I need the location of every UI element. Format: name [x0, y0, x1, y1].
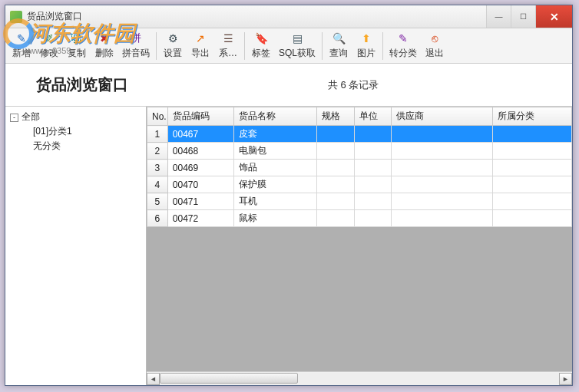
export-icon: ↗ — [194, 31, 207, 45]
column-header-code[interactable]: 货品编码 — [167, 107, 234, 126]
toolbar-label: 拼音码 — [122, 47, 150, 60]
cell-category[interactable] — [492, 193, 571, 210]
cell-no[interactable]: 1 — [147, 126, 168, 143]
cell-supplier[interactable] — [391, 210, 492, 227]
cell-unit[interactable] — [355, 160, 391, 176]
cell-code[interactable]: 00469 — [167, 160, 234, 176]
cell-unit[interactable] — [355, 193, 391, 210]
toolbar-label: 新增 — [12, 47, 31, 60]
cell-supplier[interactable] — [391, 143, 492, 160]
tree-root-label: 全部 — [22, 111, 40, 122]
tree-item[interactable]: 无分类 — [7, 139, 144, 153]
scroll-right-button[interactable]: ► — [559, 373, 572, 385]
scroll-left-button[interactable]: ◄ — [147, 373, 160, 385]
pinyin-icon: 拼 — [129, 31, 143, 45]
copy-button[interactable]: ⿻复制 — [64, 30, 90, 62]
pinyin-button[interactable]: 拼拼音码 — [119, 30, 153, 62]
system-icon: ☰ — [221, 31, 235, 45]
cell-name[interactable]: 耳机 — [234, 193, 316, 210]
data-grid[interactable]: No.货品编码货品名称规格单位供应商所属分类 100467皮套200468电脑包… — [147, 107, 572, 227]
new-button[interactable]: ✎新增 — [8, 30, 35, 62]
cell-spec[interactable] — [316, 210, 355, 227]
column-header-category[interactable]: 所属分类 — [492, 107, 571, 126]
cell-spec[interactable] — [316, 193, 355, 210]
image-button[interactable]: ⬆图片 — [353, 30, 379, 62]
delete-button[interactable]: ✖删除 — [91, 30, 117, 62]
toolbar-label: 标签 — [252, 47, 270, 60]
cell-spec[interactable] — [316, 176, 355, 193]
toolbar-separator — [322, 32, 323, 60]
header-area: 货品浏览窗口 共 6 条记录 — [5, 64, 572, 107]
cell-supplier[interactable] — [391, 160, 492, 176]
app-window: 货品浏览窗口 ✎新增✐修改⿻复制✖删除拼拼音码⚙设置↗导出☰系…🔖标签▤SQL获… — [5, 5, 573, 386]
reclass-button[interactable]: ✎转分类 — [386, 30, 420, 62]
table-row[interactable]: 600472鼠标 — [147, 210, 572, 227]
scroll-thumb[interactable] — [160, 373, 298, 384]
cell-no[interactable]: 2 — [147, 143, 168, 160]
cell-name[interactable]: 电脑包 — [234, 143, 316, 160]
cell-name[interactable]: 饰品 — [234, 160, 316, 176]
titlebar[interactable]: 货品浏览窗口 — [5, 5, 572, 28]
cell-supplier[interactable] — [391, 193, 492, 210]
cell-no[interactable]: 4 — [147, 176, 168, 193]
cell-unit[interactable] — [355, 210, 391, 227]
cell-code[interactable]: 00470 — [167, 176, 234, 193]
cell-supplier[interactable] — [391, 176, 492, 193]
image-icon: ⬆ — [359, 31, 373, 45]
category-tree[interactable]: -全部 [01]分类1无分类 — [5, 107, 147, 385]
edit-button[interactable]: ✐修改 — [36, 30, 62, 62]
cell-unit[interactable] — [355, 176, 391, 193]
close-button[interactable] — [535, 5, 572, 28]
column-header-no[interactable]: No. — [147, 107, 168, 126]
export-button[interactable]: ↗导出 — [187, 30, 213, 62]
table-row[interactable]: 400470保护膜 — [147, 176, 572, 193]
search-button[interactable]: 🔍查询 — [326, 30, 352, 62]
cell-name[interactable]: 保护膜 — [234, 176, 316, 193]
system-button[interactable]: ☰系… — [215, 30, 241, 62]
table-row[interactable]: 300469饰品 — [147, 160, 572, 176]
horizontal-scrollbar[interactable]: ◄ ► — [147, 371, 572, 385]
cell-category[interactable] — [492, 143, 571, 160]
cell-category[interactable] — [492, 126, 571, 143]
table-row[interactable]: 500471耳机 — [147, 193, 572, 210]
cell-supplier[interactable] — [391, 126, 492, 143]
cell-category[interactable] — [492, 176, 571, 193]
tree-item[interactable]: [01]分类1 — [7, 124, 144, 139]
exit-button[interactable]: ⎋退出 — [422, 30, 448, 62]
collapse-icon[interactable]: - — [10, 114, 18, 122]
cell-spec[interactable] — [316, 160, 355, 176]
cell-code[interactable]: 00467 — [167, 126, 234, 143]
cell-name[interactable]: 皮套 — [234, 126, 316, 143]
cell-code[interactable]: 00471 — [167, 193, 234, 210]
maximize-button[interactable] — [511, 5, 535, 28]
table-row[interactable]: 200468电脑包 — [147, 143, 572, 160]
table-row[interactable]: 100467皮套 — [147, 126, 572, 143]
settings-button[interactable]: ⚙设置 — [160, 30, 186, 62]
column-header-spec[interactable]: 规格 — [316, 107, 355, 126]
column-header-name[interactable]: 货品名称 — [234, 107, 316, 126]
cell-name[interactable]: 鼠标 — [234, 210, 316, 227]
minimize-button[interactable] — [486, 5, 511, 28]
cell-no[interactable]: 6 — [147, 210, 168, 227]
cell-no[interactable]: 3 — [147, 160, 168, 176]
tree-root[interactable]: -全部 — [7, 110, 144, 124]
new-icon: ✎ — [15, 31, 28, 45]
cell-code[interactable]: 00468 — [167, 143, 234, 160]
cell-unit[interactable] — [355, 126, 391, 143]
sql-button[interactable]: ▤SQL获取 — [276, 30, 319, 62]
cell-spec[interactable] — [316, 143, 355, 160]
column-header-supplier[interactable]: 供应商 — [391, 107, 492, 126]
cell-no[interactable]: 5 — [147, 193, 168, 210]
cell-code[interactable]: 00472 — [167, 210, 234, 227]
window-controls — [486, 5, 572, 28]
scroll-track[interactable] — [160, 373, 559, 385]
cell-category[interactable] — [492, 210, 571, 227]
page-title: 货品浏览窗口 — [36, 74, 128, 95]
toolbar-separator — [156, 32, 157, 60]
cell-unit[interactable] — [355, 143, 391, 160]
tag-button[interactable]: 🔖标签 — [248, 30, 274, 62]
column-header-unit[interactable]: 单位 — [355, 107, 391, 126]
cell-category[interactable] — [492, 160, 571, 176]
cell-spec[interactable] — [316, 126, 355, 143]
toolbar-label: 转分类 — [389, 47, 417, 60]
